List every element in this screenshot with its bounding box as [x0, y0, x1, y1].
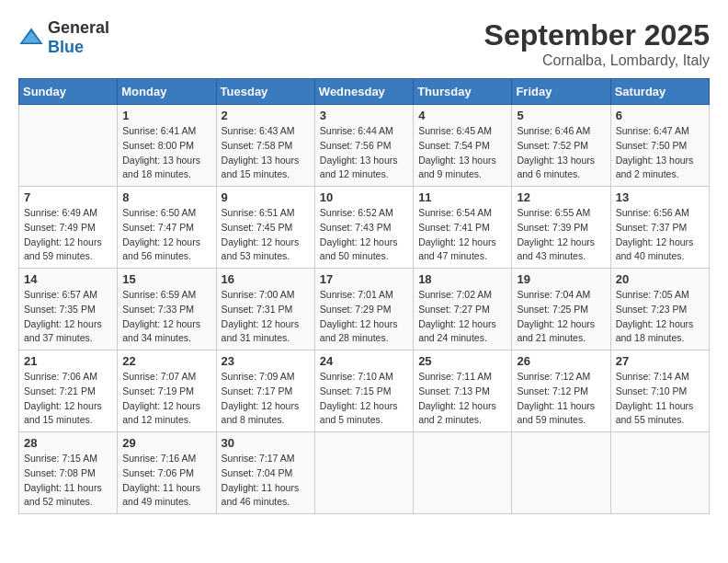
day-number: 26 [517, 354, 605, 368]
sunset-text: Sunset: 7:41 PM [418, 222, 490, 233]
day-detail: Sunrise: 7:02 AM Sunset: 7:27 PM Dayligh… [418, 288, 506, 346]
sunrise-text: Sunrise: 7:10 AM [320, 371, 393, 382]
day-number: 19 [517, 272, 605, 286]
sunrise-text: Sunrise: 6:52 AM [320, 207, 393, 218]
calendar-cell: 1 Sunrise: 6:41 AM Sunset: 8:00 PM Dayli… [118, 105, 216, 187]
day-detail: Sunrise: 6:55 AM Sunset: 7:39 PM Dayligh… [517, 206, 605, 264]
sunrise-text: Sunrise: 6:46 AM [517, 125, 590, 136]
weekday-header-friday: Friday [512, 79, 610, 105]
calendar-cell: 26 Sunrise: 7:12 AM Sunset: 7:12 PM Dayl… [512, 350, 610, 432]
calendar-cell: 14 Sunrise: 6:57 AM Sunset: 7:35 PM Dayl… [19, 269, 118, 350]
calendar-cell: 11 Sunrise: 6:54 AM Sunset: 7:41 PM Dayl… [414, 187, 512, 269]
day-detail: Sunrise: 7:10 AM Sunset: 7:15 PM Dayligh… [320, 370, 408, 428]
sunrise-text: Sunrise: 7:00 AM [222, 289, 295, 300]
sunset-text: Sunset: 7:58 PM [222, 140, 293, 151]
sunset-text: Sunset: 7:15 PM [320, 385, 392, 396]
weekday-header-tuesday: Tuesday [216, 79, 314, 105]
sunrise-text: Sunrise: 6:51 AM [222, 207, 295, 218]
calendar-cell: 29 Sunrise: 7:16 AM Sunset: 7:06 PM Dayl… [118, 432, 216, 514]
sunset-text: Sunset: 7:47 PM [122, 222, 194, 233]
calendar-cell: 20 Sunrise: 7:05 AM Sunset: 7:23 PM Dayl… [610, 269, 709, 350]
sunset-text: Sunset: 7:06 PM [122, 467, 194, 478]
daylight-text: Daylight: 11 hours and 49 minutes. [122, 482, 200, 508]
sunrise-text: Sunrise: 6:55 AM [517, 207, 590, 218]
calendar-cell: 9 Sunrise: 6:51 AM Sunset: 7:45 PM Dayli… [216, 187, 314, 269]
sunset-text: Sunset: 7:43 PM [320, 222, 392, 233]
day-detail: Sunrise: 6:51 AM Sunset: 7:45 PM Dayligh… [222, 206, 310, 264]
calendar-cell: 12 Sunrise: 6:55 AM Sunset: 7:39 PM Dayl… [512, 187, 610, 269]
calendar-week-5: 28 Sunrise: 7:15 AM Sunset: 7:08 PM Dayl… [19, 432, 710, 514]
day-number: 3 [320, 109, 408, 122]
sunset-text: Sunset: 7:39 PM [517, 222, 588, 233]
day-number: 30 [222, 436, 310, 450]
sunrise-text: Sunrise: 6:54 AM [418, 207, 492, 218]
day-number: 1 [122, 109, 210, 122]
day-detail: Sunrise: 6:47 AM Sunset: 7:50 PM Dayligh… [616, 124, 704, 182]
sunset-text: Sunset: 7:33 PM [122, 304, 194, 315]
daylight-text: Daylight: 12 hours and 53 minutes. [222, 236, 300, 262]
day-detail: Sunrise: 7:00 AM Sunset: 7:31 PM Dayligh… [222, 288, 310, 346]
day-number: 9 [222, 190, 310, 204]
calendar-cell: 22 Sunrise: 7:07 AM Sunset: 7:19 PM Dayl… [118, 350, 216, 432]
day-detail: Sunrise: 6:54 AM Sunset: 7:41 PM Dayligh… [418, 206, 506, 264]
sunset-text: Sunset: 7:50 PM [616, 140, 688, 151]
day-detail: Sunrise: 6:50 AM Sunset: 7:47 PM Dayligh… [122, 206, 210, 264]
day-number: 12 [517, 190, 605, 204]
daylight-text: Daylight: 13 hours and 6 minutes. [517, 155, 595, 180]
daylight-text: Daylight: 12 hours and 5 minutes. [320, 400, 398, 426]
day-detail: Sunrise: 6:41 AM Sunset: 8:00 PM Dayligh… [122, 124, 210, 182]
day-number: 2 [222, 109, 310, 122]
calendar-cell: 21 Sunrise: 7:06 AM Sunset: 7:21 PM Dayl… [19, 350, 118, 432]
daylight-text: Daylight: 13 hours and 18 minutes. [122, 155, 200, 180]
day-number: 29 [122, 436, 210, 450]
calendar-cell: 2 Sunrise: 6:43 AM Sunset: 7:58 PM Dayli… [216, 105, 314, 187]
calendar-cell [314, 432, 413, 514]
sunset-text: Sunset: 7:21 PM [24, 385, 96, 396]
day-detail: Sunrise: 6:49 AM Sunset: 7:49 PM Dayligh… [24, 206, 112, 264]
sunrise-text: Sunrise: 6:56 AM [616, 207, 689, 218]
weekday-header-monday: Monday [118, 79, 216, 105]
logo: General Blue [18, 18, 109, 57]
day-number: 28 [24, 436, 112, 450]
day-detail: Sunrise: 7:16 AM Sunset: 7:06 PM Dayligh… [122, 452, 210, 510]
daylight-text: Daylight: 12 hours and 56 minutes. [122, 236, 200, 262]
day-number: 22 [122, 354, 210, 368]
calendar-week-2: 7 Sunrise: 6:49 AM Sunset: 7:49 PM Dayli… [19, 187, 710, 269]
calendar-cell [610, 432, 709, 514]
calendar-cell: 24 Sunrise: 7:10 AM Sunset: 7:15 PM Dayl… [314, 350, 413, 432]
sunrise-text: Sunrise: 7:07 AM [122, 371, 196, 382]
day-detail: Sunrise: 7:17 AM Sunset: 7:04 PM Dayligh… [222, 452, 310, 510]
sunrise-text: Sunrise: 7:02 AM [418, 289, 492, 300]
day-number: 20 [616, 272, 704, 286]
day-number: 11 [418, 190, 506, 204]
calendar-cell: 25 Sunrise: 7:11 AM Sunset: 7:13 PM Dayl… [414, 350, 512, 432]
sunset-text: Sunset: 7:10 PM [616, 385, 688, 396]
title-block: September 2025 Cornalba, Lombardy, Italy [484, 18, 710, 69]
sunset-text: Sunset: 7:45 PM [222, 222, 293, 233]
day-number: 25 [418, 354, 506, 368]
day-number: 13 [616, 190, 704, 204]
daylight-text: Daylight: 12 hours and 37 minutes. [24, 318, 102, 344]
sunrise-text: Sunrise: 7:09 AM [222, 371, 295, 382]
daylight-text: Daylight: 12 hours and 50 minutes. [320, 236, 398, 262]
daylight-text: Daylight: 11 hours and 46 minutes. [222, 482, 300, 508]
sunrise-text: Sunrise: 6:45 AM [418, 125, 492, 136]
day-number: 14 [24, 272, 112, 286]
logo-general-text: General [48, 18, 109, 37]
day-detail: Sunrise: 7:15 AM Sunset: 7:08 PM Dayligh… [24, 452, 112, 510]
sunrise-text: Sunrise: 7:16 AM [122, 453, 196, 464]
day-number: 15 [122, 272, 210, 286]
sunrise-text: Sunrise: 7:14 AM [616, 371, 689, 382]
day-number: 6 [616, 109, 704, 122]
daylight-text: Daylight: 12 hours and 34 minutes. [122, 318, 200, 344]
daylight-text: Daylight: 13 hours and 15 minutes. [222, 155, 300, 180]
sunset-text: Sunset: 8:00 PM [122, 140, 194, 151]
weekday-header-saturday: Saturday [610, 79, 709, 105]
calendar-cell: 28 Sunrise: 7:15 AM Sunset: 7:08 PM Dayl… [19, 432, 118, 514]
calendar-cell: 13 Sunrise: 6:56 AM Sunset: 7:37 PM Dayl… [610, 187, 709, 269]
calendar-cell: 3 Sunrise: 6:44 AM Sunset: 7:56 PM Dayli… [314, 105, 413, 187]
calendar-cell: 8 Sunrise: 6:50 AM Sunset: 7:47 PM Dayli… [118, 187, 216, 269]
sunset-text: Sunset: 7:29 PM [320, 304, 392, 315]
daylight-text: Daylight: 12 hours and 31 minutes. [222, 318, 300, 344]
sunset-text: Sunset: 7:52 PM [517, 140, 588, 151]
